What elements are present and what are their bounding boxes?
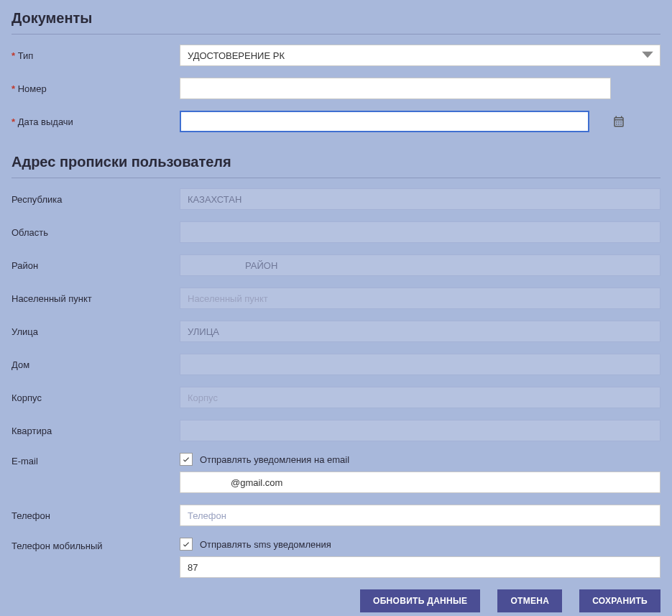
issue-date-input[interactable] <box>180 111 589 132</box>
issue-date-label: Дата выдачи <box>11 116 180 127</box>
street-label: Улица <box>11 326 180 337</box>
divider <box>11 34 661 35</box>
settlement-input[interactable] <box>180 288 661 309</box>
building-label: Корпус <box>11 392 180 403</box>
type-select[interactable] <box>180 45 661 66</box>
address-heading: Адрес прописки пользователя <box>11 144 661 178</box>
settlement-label: Населенный пункт <box>11 293 180 304</box>
sms-notify-label: Отправлять sms уведомления <box>200 539 331 550</box>
house-label: Дом <box>11 359 180 370</box>
save-button[interactable]: СОХРАНИТЬ <box>579 589 661 612</box>
region-label: Область <box>11 227 180 238</box>
check-icon <box>182 540 190 548</box>
type-label: Тип <box>11 50 180 61</box>
building-input[interactable] <box>180 387 661 408</box>
street-input[interactable] <box>180 321 661 342</box>
apartment-input[interactable] <box>180 420 661 441</box>
number-input[interactable] <box>180 78 611 99</box>
email-notify-label: Отправлять уведомления на email <box>200 454 349 465</box>
house-input[interactable] <box>180 354 661 375</box>
update-button[interactable]: ОБНОВИТЬ ДАННЫЕ <box>360 589 480 612</box>
divider <box>11 178 661 178</box>
calendar-icon[interactable] <box>612 115 625 128</box>
mobile-input[interactable] <box>180 556 661 578</box>
phone-label: Телефон <box>11 510 180 521</box>
apartment-label: Квартира <box>11 426 180 436</box>
email-label: E-mail <box>11 453 180 466</box>
mobile-label: Телефон мобильный <box>11 538 180 551</box>
email-input[interactable] <box>180 472 661 493</box>
documents-heading: Документы <box>11 0 661 34</box>
email-notify-checkbox[interactable] <box>180 453 193 466</box>
sms-notify-checkbox[interactable] <box>180 538 193 551</box>
region-input[interactable] <box>180 221 661 243</box>
type-select-value[interactable] <box>180 45 661 66</box>
republic-input <box>180 188 661 210</box>
number-label: Номер <box>11 83 180 94</box>
district-label: Район <box>11 260 180 271</box>
cancel-button[interactable]: ОТМЕНА <box>497 589 562 612</box>
district-input[interactable] <box>180 254 661 276</box>
phone-input[interactable] <box>180 505 661 526</box>
republic-label: Республика <box>11 194 180 205</box>
check-icon <box>182 455 190 464</box>
